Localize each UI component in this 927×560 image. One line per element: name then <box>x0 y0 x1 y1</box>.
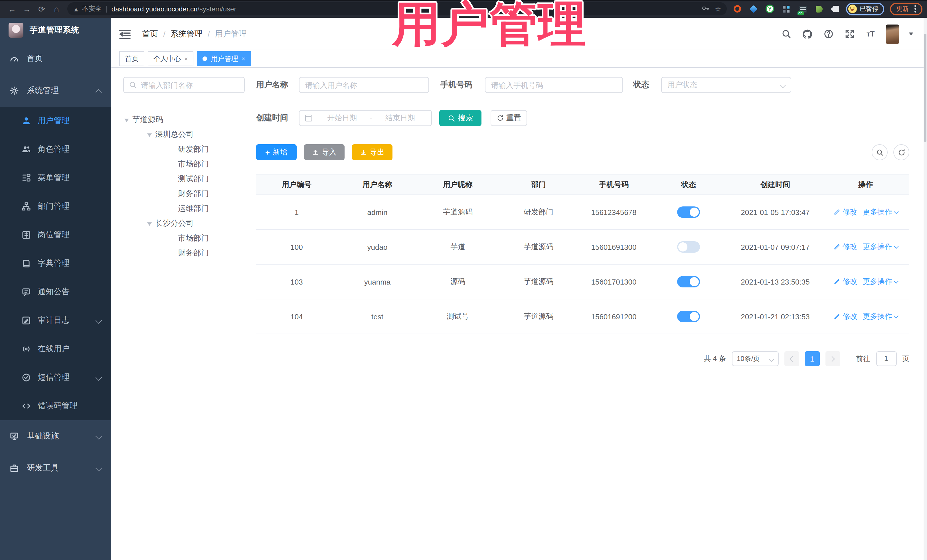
reload-icon[interactable]: ⟳ <box>34 2 49 16</box>
chevron-left-icon <box>790 356 795 361</box>
goto-page-input[interactable] <box>876 351 897 366</box>
tree-node-branch[interactable]: 深圳总公司 <box>123 127 245 142</box>
fullscreen-icon[interactable] <box>844 28 855 39</box>
tree-node-leaf[interactable]: 市场部门 <box>123 157 245 171</box>
username-field[interactable] <box>299 77 429 93</box>
tree-node-leaf[interactable]: 测试部门 <box>123 171 245 187</box>
extension-gem-icon[interactable] <box>749 4 758 14</box>
tree-node-leaf[interactable]: 运维部门 <box>123 201 245 216</box>
page-scrollbar[interactable] <box>924 18 927 560</box>
sidebar-item-online-users[interactable]: 在线用户 <box>0 335 111 363</box>
tree-node-leaf[interactable]: 研发部门 <box>123 142 245 157</box>
edit-link[interactable]: 修改 <box>833 207 857 217</box>
refresh-table-button[interactable] <box>894 144 909 160</box>
back-icon[interactable]: ← <box>5 2 20 16</box>
export-button[interactable]: 导出 <box>352 144 392 160</box>
more-actions-link[interactable]: 更多操作 <box>863 276 898 287</box>
breadcrumb-home[interactable]: 首页 <box>142 29 158 39</box>
scrollbar-thumb[interactable] <box>924 33 926 142</box>
tab-user-management[interactable]: 用户管理 × <box>197 51 251 66</box>
browser-profile-chip[interactable]: 已暂停 <box>846 3 884 15</box>
status-toggle[interactable] <box>677 311 700 322</box>
bookmark-star-icon[interactable]: ☆ <box>715 5 721 13</box>
user-avatar[interactable] <box>886 24 899 44</box>
mobile-field[interactable] <box>485 77 623 93</box>
tree-node-root[interactable]: 芋道源码 <box>123 112 245 127</box>
breadcrumb-system[interactable]: 系统管理 <box>170 29 202 39</box>
password-key-icon[interactable] <box>702 4 709 14</box>
sidebar-item-error-codes[interactable]: 错误码管理 <box>0 392 111 420</box>
username-input[interactable] <box>305 81 423 89</box>
avatar-caret-icon[interactable] <box>909 32 913 38</box>
sidebar-item-notices[interactable]: 通知公告 <box>0 278 111 306</box>
sidebar-item-dev-tools[interactable]: 研发工具 <box>0 452 111 484</box>
extensions-puzzle-icon[interactable] <box>831 4 840 14</box>
edit-link[interactable]: 修改 <box>833 276 857 287</box>
sidebar-item-menus[interactable]: 菜单管理 <box>0 164 111 192</box>
tab-profile[interactable]: 个人中心 × <box>148 51 194 66</box>
department-search-input[interactable] <box>141 81 239 89</box>
status-toggle[interactable] <box>677 276 700 287</box>
close-icon[interactable]: × <box>242 55 245 62</box>
status-toggle[interactable] <box>677 241 700 253</box>
goto-label: 前往 <box>856 354 870 364</box>
page-size-select[interactable]: 10条/页 <box>732 351 778 366</box>
collapse-sidebar-icon[interactable] <box>119 28 132 39</box>
extension-grid-icon[interactable] <box>781 4 791 14</box>
sidebar-item-sms[interactable]: 短信管理 <box>0 363 111 392</box>
home-icon[interactable]: ⌂ <box>49 2 64 16</box>
next-page-button[interactable] <box>825 351 840 366</box>
search-button[interactable]: 搜索 <box>439 110 482 126</box>
tab-home[interactable]: 首页 <box>119 51 144 66</box>
tree-caret-icon[interactable] <box>125 118 129 124</box>
add-button[interactable]: + 新增 <box>256 144 296 160</box>
status-toggle[interactable] <box>677 206 700 218</box>
date-range-picker[interactable]: 开始日期 - 结束日期 <box>299 110 432 126</box>
prev-page-button[interactable] <box>784 351 799 366</box>
extension-key-icon[interactable] <box>815 4 824 14</box>
tree-node-leaf[interactable]: 财务部门 <box>123 246 245 261</box>
sidebar-item-departments[interactable]: 部门管理 <box>0 192 111 221</box>
more-actions-link[interactable]: 更多操作 <box>863 207 898 217</box>
status-select[interactable]: 用户状态 <box>661 77 791 93</box>
reset-button[interactable]: 重置 <box>491 110 527 126</box>
edit-link[interactable]: 修改 <box>833 242 857 252</box>
browser-update-button[interactable]: 更新 <box>890 3 922 15</box>
tree-node-branch[interactable]: 长沙分公司 <box>123 216 245 231</box>
department-search[interactable] <box>123 77 245 93</box>
user-table-panel: 用户名称 手机号码 状态 用户状态 创建时间 <box>256 77 909 366</box>
address-bar[interactable]: ▲ 不安全 dashboard.yudao.iocoder.cn/system/… <box>67 2 727 15</box>
close-icon[interactable]: × <box>184 55 188 62</box>
tree-caret-icon[interactable] <box>147 222 152 228</box>
sidebar-item-roles[interactable]: 角色管理 <box>0 135 111 164</box>
sidebar-logo-row[interactable]: 芋道管理系统 <box>0 18 111 43</box>
extension-adblock-icon[interactable]: on <box>798 4 807 14</box>
sidebar-item-home[interactable]: 首页 <box>0 43 111 75</box>
pencil-icon <box>833 209 840 216</box>
sidebar-item-system[interactable]: 系统管理 <box>0 75 111 107</box>
forward-icon[interactable]: → <box>20 2 34 16</box>
extension-y-icon[interactable]: Y <box>766 5 774 13</box>
current-page[interactable]: 1 <box>805 351 819 366</box>
help-icon[interactable] <box>823 28 834 39</box>
mobile-input[interactable] <box>491 81 617 89</box>
tree-node-leaf[interactable]: 财务部门 <box>123 187 245 201</box>
sidebar-item-dict[interactable]: 字典管理 <box>0 249 111 278</box>
breadcrumb-separator: / <box>163 29 166 38</box>
tree-caret-icon[interactable] <box>147 133 152 139</box>
sidebar-item-users[interactable]: 用户管理 <box>0 107 111 135</box>
sidebar-item-posts[interactable]: 岗位管理 <box>0 221 111 249</box>
github-icon[interactable] <box>801 28 813 39</box>
extension-ubuntu-icon[interactable] <box>732 4 742 14</box>
sidebar-item-audit-log[interactable]: 审计日志 <box>0 306 111 335</box>
import-button[interactable]: 导入 <box>304 144 345 160</box>
font-size-icon[interactable]: тT <box>865 28 876 39</box>
more-actions-link[interactable]: 更多操作 <box>863 242 898 252</box>
header-search-icon[interactable] <box>780 28 792 39</box>
tree-node-leaf[interactable]: 市场部门 <box>123 231 245 246</box>
more-actions-link[interactable]: 更多操作 <box>863 311 898 322</box>
edit-link[interactable]: 修改 <box>833 311 857 322</box>
sidebar-item-infrastructure[interactable]: 基础设施 <box>0 420 111 452</box>
toggle-search-button[interactable] <box>872 144 887 160</box>
browser-menu-kebab-icon[interactable] <box>915 8 916 10</box>
